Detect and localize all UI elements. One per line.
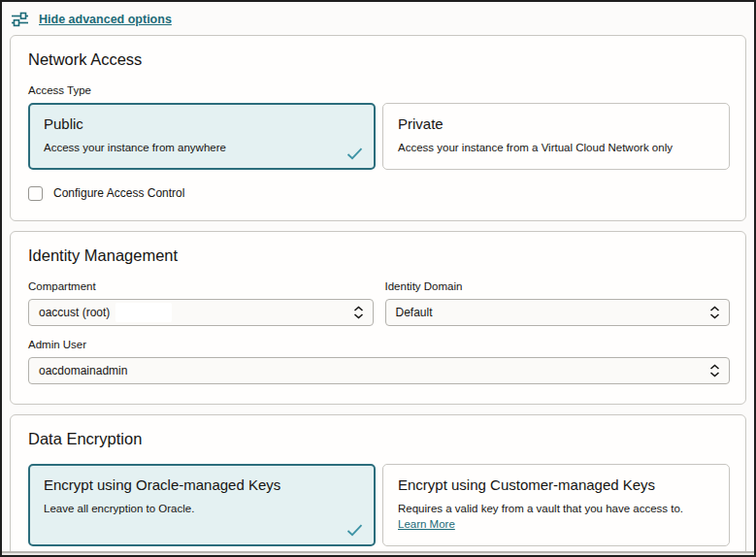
checkmark-icon <box>346 524 363 537</box>
access-type-private-tile[interactable]: Private Access your instance from a Virt… <box>382 103 730 170</box>
tile-title: Public <box>44 115 360 132</box>
identity-domain-label: Identity Domain <box>385 280 731 292</box>
chevron-updown-icon <box>709 306 720 319</box>
tile-title: Encrypt using Oracle-managed Keys <box>44 476 360 493</box>
admin-user-label: Admin User <box>28 339 730 350</box>
compartment-label: Compartment <box>28 280 374 292</box>
identity-domain-value: Default <box>396 306 433 319</box>
checkmark-icon <box>346 147 363 160</box>
data-encryption-title: Data Encryption <box>28 430 730 448</box>
tile-description: Leave all encryption to Oracle. <box>44 501 360 517</box>
oracle-managed-keys-tile[interactable]: Encrypt using Oracle-managed Keys Leave … <box>28 464 376 546</box>
admin-user-field: Admin User oacdomainadmin <box>28 339 730 384</box>
chevron-updown-icon <box>353 306 364 319</box>
admin-user-value: oacdomainadmin <box>39 364 127 377</box>
compartment-field: Compartment oaccust (root) <box>28 280 374 326</box>
network-access-title: Network Access <box>28 50 730 69</box>
identity-management-section: Identity Management Compartment oaccust … <box>10 231 746 405</box>
sliders-icon <box>12 12 29 27</box>
chevron-updown-icon <box>709 364 720 377</box>
configure-access-control-label: Configure Access Control <box>53 186 184 200</box>
learn-more-link[interactable]: Learn More <box>398 518 455 530</box>
tile-description: Access your instance from anywhere <box>44 140 360 156</box>
admin-user-select[interactable]: oacdomainadmin <box>28 357 730 384</box>
encryption-tiles: Encrypt using Oracle-managed Keys Leave … <box>28 464 730 546</box>
network-access-section: Network Access Access Type Public Access… <box>10 35 746 221</box>
tile-description: Requires a valid key from a vault that y… <box>398 501 714 533</box>
hide-advanced-options-link[interactable]: Hide advanced options <box>12 12 172 27</box>
compartment-select[interactable]: oaccust (root) <box>28 299 374 326</box>
advanced-options-header: Hide advanced options <box>2 2 754 35</box>
tile-title: Encrypt using Customer-managed Keys <box>398 476 714 493</box>
access-type-label: Access Type <box>28 84 730 96</box>
identity-domain-field: Identity Domain Default <box>385 280 731 326</box>
identity-domain-select[interactable]: Default <box>385 299 731 326</box>
bottom-band <box>2 553 754 555</box>
access-type-public-tile[interactable]: Public Access your instance from anywher… <box>28 103 376 170</box>
identity-management-title: Identity Management <box>28 246 730 265</box>
access-type-tiles: Public Access your instance from anywher… <box>28 103 730 170</box>
compartment-value: oaccust (root) <box>39 306 110 319</box>
redacted-text <box>115 303 172 322</box>
customer-managed-keys-tile[interactable]: Encrypt using Customer-managed Keys Requ… <box>382 464 730 546</box>
advanced-options-panel: Hide advanced options Network Access Acc… <box>0 0 756 557</box>
identity-form-grid: Compartment oaccust (root) Identity Doma… <box>28 280 730 326</box>
hide-advanced-options-label[interactable]: Hide advanced options <box>39 13 172 26</box>
tile-description: Access your instance from a Virtual Clou… <box>398 140 714 156</box>
configure-access-control-checkbox[interactable] <box>28 186 43 201</box>
tile-title: Private <box>398 115 714 132</box>
configure-access-control-row: Configure Access Control <box>28 186 730 201</box>
data-encryption-section: Data Encryption Encrypt using Oracle-man… <box>10 414 746 557</box>
